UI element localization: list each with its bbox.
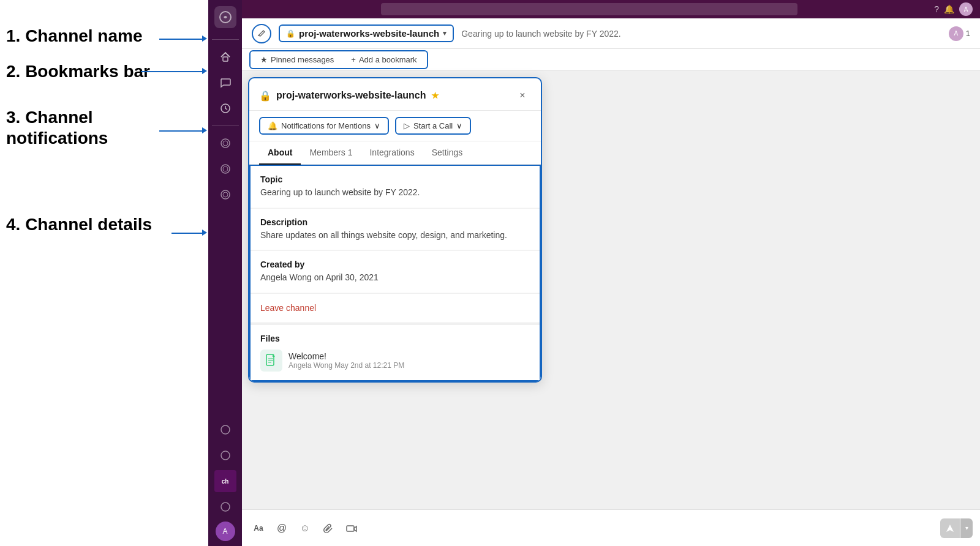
svg-point-6 [223,166,228,171]
pinned-messages-button[interactable]: ★ Pinned messages [255,53,339,67]
help-icon[interactable]: ? [934,4,939,14]
popup-actions: 🔔 Notifications for Mentions ∨ ▷ Start a… [249,111,541,141]
channel-lock-icon: 🔒 [286,29,295,38]
sidebar-activity-icon[interactable] [214,97,236,119]
topic-section: Topic Gearing up to launch website by FY… [251,166,540,208]
popup-close-button[interactable]: × [514,87,531,104]
mention-icon[interactable]: @ [273,519,291,537]
topic-value: Gearing up to launch website by FY 2022. [260,187,530,199]
notifications-button[interactable]: 🔔 Notifications for Mentions ∨ [259,117,389,135]
svg-rect-16 [347,526,354,531]
popup-title-text: proj-waterworks-website-launch [276,90,426,101]
svg-point-8 [223,192,228,197]
description-value: Share updates on all things website copy… [260,230,530,242]
annotation-3: 3. Channelnotifications [6,107,108,148]
svg-point-11 [221,503,230,511]
channel-topic: Gearing up to launch website by FY 2022. [461,29,941,39]
topic-label: Topic [260,174,530,184]
channel-detail-popup: 🔒 proj-waterworks-website-launch ★ × 🔔 N… [248,77,542,383]
sidebar: ch A [208,0,242,546]
sidebar-icon-3[interactable] [214,184,236,206]
user-avatar-topbar[interactable]: A [959,2,973,16]
arrow-line-4 [172,233,205,234]
channel-name-text: proj-waterworks-website-launch [299,28,439,39]
popup-tabs: About Members 1 Integrations Settings [249,141,541,165]
svg-point-7 [221,190,230,199]
user-avatar-sidebar[interactable]: A [216,522,235,541]
annotation-2: 2. Bookmarks bar [6,61,150,82]
created-by-section: Created by Angela Wong on April 30, 2021 [251,250,540,293]
files-section: Files Welcome! Angela Wong May 2nd at 12… [251,323,540,380]
tab-members[interactable]: Members 1 [301,141,361,165]
created-by-value: Angela Wong on April 30, 2021 [260,272,530,284]
attach-icon[interactable] [319,519,337,537]
camera-icon[interactable] [342,519,361,537]
send-button-group: ▾ [940,518,973,538]
workspace-icon[interactable] [214,6,236,28]
svg-rect-1 [223,57,228,61]
leave-channel-section: Leave channel [251,293,540,322]
add-bookmark-icon: + [351,55,356,64]
arrow-line-2 [141,71,205,72]
main-area: ? 🔔 A 🔒 proj-waterworks-website-launch ▾… [242,0,980,546]
sidebar-active-channel[interactable]: ch [214,470,236,492]
tab-integrations[interactable]: Integrations [361,141,423,165]
file-icon [260,350,282,372]
arrow-head-3 [202,127,207,133]
member-count-number: 1 [966,29,970,38]
popup-tab-content: Topic Gearing up to launch website by FY… [249,165,541,381]
arrow-head-4 [202,230,207,236]
svg-point-3 [221,139,230,148]
member-avatar: A [949,26,963,41]
tab-settings[interactable]: Settings [423,141,472,165]
member-count: A 1 [949,26,970,41]
sidebar-bottom-icon-3[interactable] [214,496,236,518]
channel-name-button[interactable]: 🔒 proj-waterworks-website-launch ▾ [279,24,454,42]
popup-lock-icon: 🔒 [259,90,271,102]
arrow-head-1 [202,36,207,42]
popup-title: 🔒 proj-waterworks-website-launch ★ [259,90,439,102]
sidebar-icon-1[interactable] [214,132,236,154]
start-call-button[interactable]: ▷ Start a Call ∨ [395,117,471,135]
file-item: Welcome! Angela Wong May 2nd at 12:21 PM [260,350,530,372]
call-chevron: ∨ [456,121,462,130]
sidebar-home-icon[interactable] [214,46,236,68]
sidebar-bottom-icon-2[interactable] [214,444,236,466]
content-area: 🔒 proj-waterworks-website-launch ★ × 🔔 N… [242,71,980,546]
sidebar-dms-icon[interactable] [214,72,236,94]
svg-point-5 [221,165,230,173]
created-by-label: Created by [260,260,530,269]
text-format-icon[interactable]: Aa [249,519,268,537]
send-button[interactable] [940,518,960,538]
popup-star-icon[interactable]: ★ [431,91,439,100]
channel-name-chevron: ▾ [443,29,447,37]
send-dropdown-button[interactable]: ▾ [960,518,973,538]
tab-about[interactable]: About [259,141,301,165]
file-name[interactable]: Welcome! [288,351,404,361]
bottom-toolbar: Aa @ ☺ ▾ [242,509,980,546]
arrow-line-3 [159,130,205,132]
sidebar-divider-2 [212,125,239,126]
channel-edit-icon[interactable] [252,24,271,43]
search-bar[interactable] [381,3,797,15]
notifications-label: Notifications for Mentions [281,121,371,130]
notifications-chevron: ∨ [374,121,380,130]
svg-point-9 [221,425,230,434]
sidebar-icon-2[interactable] [214,158,236,180]
file-info: Welcome! Angela Wong May 2nd at 12:21 PM [288,351,404,370]
call-icon: ▷ [404,121,410,130]
bell-icon[interactable]: 🔔 [944,4,954,14]
sidebar-divider-1 [212,39,239,40]
description-section: Description Share updates on all things … [251,208,540,250]
description-label: Description [260,217,530,227]
arrow-line-1 [159,39,205,40]
add-bookmark-label: Add a bookmark [359,55,417,64]
add-bookmark-button[interactable]: + Add a bookmark [346,53,421,67]
sidebar-bottom-icon-1[interactable] [214,419,236,441]
annotation-1: 1. Channel name [6,26,143,47]
files-label: Files [260,334,530,343]
arrow-head-2 [202,68,207,74]
file-meta: Angela Wong May 2nd at 12:21 PM [288,361,404,370]
leave-channel-button[interactable]: Leave channel [260,303,316,313]
emoji-icon[interactable]: ☺ [296,519,314,537]
